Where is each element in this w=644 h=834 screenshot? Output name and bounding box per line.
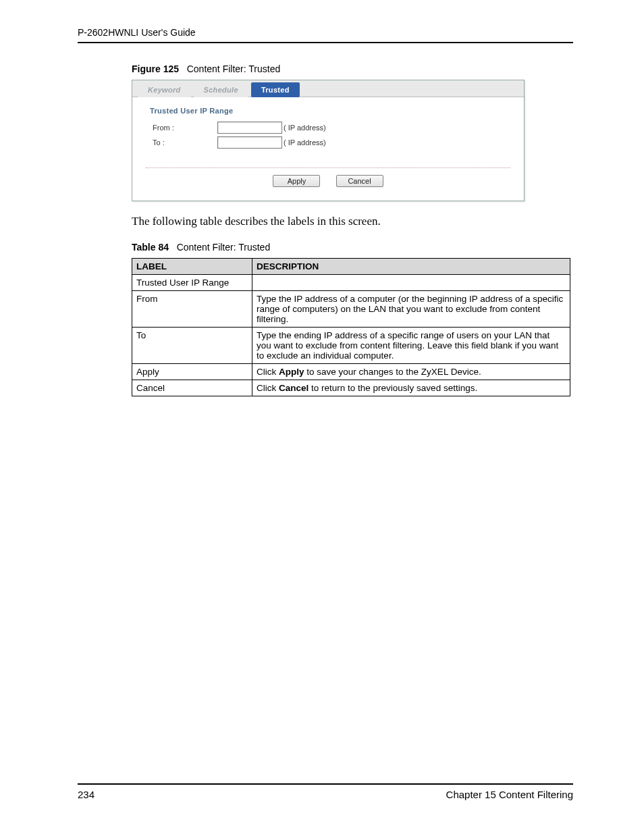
cell-desc: Type the ending IP address of a specific… — [252, 328, 570, 364]
table-caption: Table 84 Content Filter: Trusted — [132, 242, 573, 253]
col-label: LABEL — [132, 259, 252, 275]
table-row: Trusted User IP Range — [132, 275, 570, 291]
page-header: P-2602HWNLI User's Guide — [78, 27, 573, 43]
cancel-button[interactable]: Cancel — [336, 175, 383, 187]
table-row: From Type the IP address of a computer (… — [132, 291, 570, 328]
cell-label: Trusted User IP Range — [132, 275, 252, 291]
from-label: From : — [153, 124, 217, 132]
intro-paragraph: The following table describes the labels… — [132, 215, 573, 228]
table-row: To Type the ending IP address of a speci… — [132, 328, 570, 364]
figure-label: Figure 125 — [132, 63, 179, 74]
table-title: Content Filter: Trusted — [177, 242, 271, 253]
tab-keyword[interactable]: Keyword — [138, 82, 191, 97]
from-row: From : ( IP address) — [153, 122, 510, 134]
cell-label: Apply — [132, 364, 252, 380]
section-title: Trusted User IP Range — [150, 107, 510, 115]
page-footer: 234 Chapter 15 Content Filtering — [78, 783, 573, 800]
col-description: DESCRIPTION — [252, 259, 570, 275]
cell-label: Cancel — [132, 380, 252, 396]
button-row: Apply Cancel — [146, 167, 510, 187]
table-row: Apply Click Apply to save your changes t… — [132, 364, 570, 380]
table-row: Cancel Click Cancel to return to the pre… — [132, 380, 570, 396]
screenshot-panel: Keyword Schedule Trusted Trusted User IP… — [132, 80, 525, 201]
cell-label: From — [132, 291, 252, 328]
chapter-label: Chapter 15 Content Filtering — [446, 789, 573, 800]
tab-trusted[interactable]: Trusted — [251, 82, 300, 97]
tab-strip: Keyword Schedule Trusted — [132, 80, 524, 97]
cell-desc: Click Cancel to return to the previously… — [252, 380, 570, 396]
to-input[interactable] — [217, 136, 282, 149]
to-row: To : ( IP address) — [153, 136, 510, 149]
cell-desc: Click Apply to save your changes to the … — [252, 364, 570, 380]
figure-title: Content Filter: Trusted — [187, 63, 281, 74]
to-label: To : — [153, 138, 217, 147]
tab-body-trusted: Trusted User IP Range From : ( IP addres… — [132, 97, 524, 201]
table-label: Table 84 — [132, 242, 169, 253]
cell-label: To — [132, 328, 252, 364]
from-hint: ( IP address) — [284, 124, 326, 132]
page-number: 234 — [78, 789, 95, 800]
table-header-row: LABEL DESCRIPTION — [132, 259, 570, 275]
cell-desc: Type the IP address of a computer (or th… — [252, 291, 570, 328]
figure-caption: Figure 125 Content Filter: Trusted — [132, 63, 573, 74]
cell-desc — [252, 275, 570, 291]
apply-button[interactable]: Apply — [273, 175, 320, 187]
tab-schedule[interactable]: Schedule — [194, 82, 248, 97]
from-input[interactable] — [217, 122, 282, 134]
to-hint: ( IP address) — [284, 138, 326, 147]
document-page: P-2602HWNLI User's Guide Figure 125 Cont… — [0, 0, 644, 834]
description-table: LABEL DESCRIPTION Trusted User IP Range … — [132, 258, 570, 396]
